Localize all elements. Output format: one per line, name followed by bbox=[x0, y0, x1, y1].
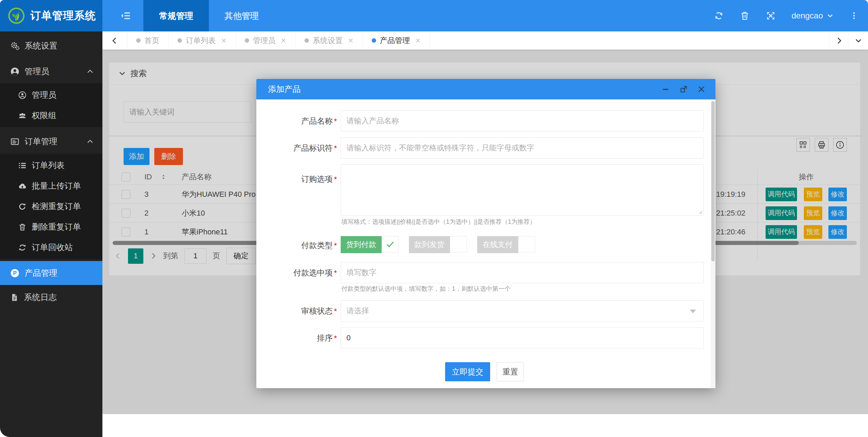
modal-scrollbar[interactable] bbox=[711, 99, 715, 388]
product-identifier-input[interactable] bbox=[341, 137, 704, 159]
pay-type-online-payment[interactable]: 在线支付 bbox=[477, 236, 535, 253]
tab-system-settings[interactable]: 系统设置 bbox=[296, 31, 363, 50]
sidebar-item-order-list[interactable]: 订单列表 bbox=[0, 155, 102, 176]
maximize-icon[interactable] bbox=[679, 85, 688, 94]
fullscreen-icon[interactable] bbox=[766, 11, 776, 21]
sidebar-item-label: 管理员 bbox=[25, 66, 49, 77]
field-label-product-name: 产品名称* bbox=[269, 116, 337, 126]
checkbox-checked[interactable] bbox=[382, 236, 399, 252]
header-nav-other[interactable]: 其他管理 bbox=[209, 0, 274, 31]
tab-dot bbox=[136, 38, 141, 43]
sidebar-item-system-logs[interactable]: 系统日志 bbox=[0, 287, 102, 308]
tabs-scroll-right-button[interactable] bbox=[829, 31, 849, 50]
pay-type-cash-on-delivery[interactable]: 货到付款 bbox=[341, 236, 399, 253]
open-tabs: 首页 订单列表 管理员 系统设置 产品管理 bbox=[127, 31, 829, 50]
required-star: * bbox=[334, 334, 337, 342]
sort-input[interactable] bbox=[341, 327, 704, 349]
tab-label: 管理员 bbox=[253, 36, 275, 46]
toggle-label: 在线支付 bbox=[477, 236, 518, 253]
required-star: * bbox=[334, 269, 337, 277]
sidebar-item-label: 订单回收站 bbox=[32, 242, 73, 253]
submit-button[interactable]: 立即提交 bbox=[445, 362, 490, 381]
tab-dot bbox=[304, 38, 309, 43]
sidebar-item-label: 管理员 bbox=[32, 90, 56, 100]
header-actions: dengcao bbox=[714, 0, 858, 31]
sidebar-item-admin[interactable]: 管理员 bbox=[0, 85, 102, 105]
field-label-pay-default: 付款选中项* bbox=[269, 268, 337, 278]
sidebar-item-detect-duplicate-orders[interactable]: 检测重复订单 bbox=[0, 196, 102, 217]
sidebar-item-label: 删除重复订单 bbox=[32, 221, 81, 232]
tab-label: 首页 bbox=[144, 36, 159, 46]
chevron-right-icon bbox=[835, 37, 843, 45]
sidebar-item-product-management[interactable]: 产品管理 bbox=[0, 261, 102, 285]
trash-icon[interactable] bbox=[740, 11, 750, 21]
app-window: 订单管理系统 常规管理 其他管理 dengcao 首页 bbox=[0, 0, 868, 437]
gears-icon bbox=[10, 41, 19, 51]
modal-title: 添加产品 bbox=[268, 84, 301, 95]
tab-product-management[interactable]: 产品管理 bbox=[363, 31, 430, 50]
tab-dot bbox=[177, 38, 182, 43]
order-options-hint: 填写格式：选项描述||价格||是否选中（1为选中）||是否推荐（1为推荐） bbox=[341, 218, 536, 226]
user-circle-icon bbox=[18, 91, 27, 99]
username: dengcao bbox=[792, 11, 823, 21]
sidebar-item-admin-group[interactable]: 管理员 bbox=[0, 61, 102, 82]
field-label-order-options: 订购选项* bbox=[269, 174, 337, 185]
tab-home[interactable]: 首页 bbox=[127, 31, 169, 50]
chevron-down-icon bbox=[826, 12, 834, 19]
close-icon[interactable] bbox=[415, 38, 421, 43]
sidebar-item-order-recycle-bin[interactable]: 订单回收站 bbox=[0, 237, 102, 258]
minimize-icon[interactable] bbox=[661, 85, 670, 94]
order-options-textarea[interactable] bbox=[341, 164, 704, 216]
sidebar-item-label: 检测重复订单 bbox=[32, 201, 81, 212]
checkbox-unchecked[interactable] bbox=[450, 236, 467, 252]
sidebar-item-label: 系统日志 bbox=[24, 292, 57, 303]
more-vertical-icon[interactable] bbox=[850, 11, 858, 20]
user-menu[interactable]: dengcao bbox=[792, 11, 834, 21]
close-icon[interactable] bbox=[348, 38, 354, 43]
menu-collapse-button[interactable] bbox=[115, 0, 136, 31]
refresh-icon[interactable] bbox=[714, 11, 724, 21]
field-label-pay-type: 付款类型* bbox=[269, 240, 337, 251]
field-label-audit-status: 审核状态* bbox=[269, 306, 337, 316]
p-circle-icon bbox=[10, 269, 19, 278]
scrollbar-thumb[interactable] bbox=[711, 101, 715, 261]
tab-dot bbox=[245, 38, 249, 43]
checkbox-unchecked[interactable] bbox=[518, 236, 535, 252]
select-caret-icon bbox=[690, 310, 696, 313]
user-circle-filled-icon bbox=[10, 67, 19, 76]
top-header: 订单管理系统 常规管理 其他管理 dengcao bbox=[0, 0, 868, 31]
panel-icon bbox=[10, 137, 19, 146]
tab-order-list[interactable]: 订单列表 bbox=[169, 31, 236, 50]
product-name-input[interactable] bbox=[341, 110, 704, 132]
tabs-menu-button[interactable] bbox=[849, 31, 868, 50]
sidebar-item-system-settings[interactable]: 系统设置 bbox=[0, 36, 102, 56]
resize-grip-icon[interactable] bbox=[698, 209, 702, 214]
file-icon bbox=[10, 293, 19, 302]
chevron-up-icon bbox=[86, 137, 94, 146]
tabs-scroll-left-button[interactable] bbox=[102, 31, 127, 50]
tab-label: 订单列表 bbox=[186, 36, 216, 46]
required-star: * bbox=[334, 307, 337, 315]
recycle-icon bbox=[18, 243, 27, 252]
close-icon[interactable] bbox=[281, 38, 286, 43]
modal-header[interactable]: 添加产品 bbox=[256, 79, 715, 99]
reset-button[interactable]: 重置 bbox=[497, 362, 524, 381]
close-icon[interactable] bbox=[697, 85, 706, 94]
add-product-modal: 添加产品 产品名称* 产品标识符* 订购选项* 填写格式：选项描述||价格||是… bbox=[256, 79, 715, 388]
required-star: * bbox=[334, 117, 337, 125]
menu-collapse-icon bbox=[120, 10, 131, 22]
users-icon bbox=[18, 111, 27, 120]
close-icon[interactable] bbox=[221, 38, 227, 43]
tabs-spacer bbox=[430, 31, 829, 50]
tab-label: 系统设置 bbox=[313, 36, 343, 46]
list-icon bbox=[18, 161, 27, 170]
sidebar-item-order-management[interactable]: 订单管理 bbox=[0, 131, 102, 152]
sidebar-item-batch-upload-orders[interactable]: 批量上传订单 bbox=[0, 176, 102, 196]
pay-type-pay-before-ship[interactable]: 款到发货 bbox=[409, 236, 467, 253]
sidebar-item-delete-duplicate-orders[interactable]: 删除重复订单 bbox=[0, 217, 102, 237]
sidebar-item-permission-groups[interactable]: 权限组 bbox=[0, 105, 102, 126]
audit-status-select[interactable]: 请选择 bbox=[341, 300, 704, 322]
pay-default-input[interactable] bbox=[341, 262, 704, 283]
header-nav-regular[interactable]: 常规管理 bbox=[143, 0, 209, 31]
tab-admin[interactable]: 管理员 bbox=[236, 31, 296, 50]
